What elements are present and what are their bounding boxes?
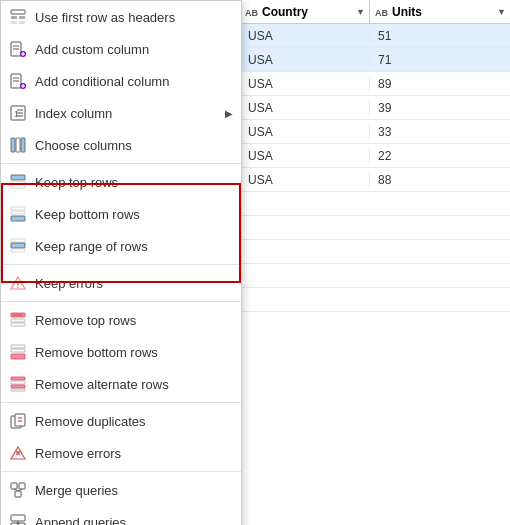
svg-rect-35 [11,243,25,248]
cell-units-6: 22 [370,149,510,163]
svg-rect-5 [19,16,25,19]
svg-rect-52 [15,414,25,426]
menu-item-remove-duplicates[interactable]: Remove duplicates [1,405,241,437]
svg-rect-48 [11,381,25,384]
svg-rect-36 [11,249,25,252]
svg-rect-45 [11,349,25,352]
cell-units-4: 39 [370,101,510,115]
separator-4 [1,402,241,403]
add-conditional-icon [9,72,27,90]
svg-rect-43 [11,323,25,326]
units-type-icon: ABC [374,5,388,19]
keep-errors-label: Keep errors [35,276,103,291]
svg-rect-6 [11,21,17,24]
svg-rect-50 [11,389,25,391]
cell-country-2: USA [240,53,370,67]
index-column-arrow-icon: ▶ [225,108,233,119]
cell-country-5: USA [240,125,370,139]
separator-5 [1,471,241,472]
menu-item-remove-errors[interactable]: Remove errors [1,437,241,469]
units-header-label: Units [392,5,422,19]
remove-top-rows-icon [9,311,27,329]
add-custom-icon [9,40,27,58]
choose-columns-icon [9,136,27,154]
menu-item-add-custom-column[interactable]: Add custom column [1,33,241,65]
svg-rect-29 [11,181,25,184]
remove-top-rows-label: Remove top rows [35,313,136,328]
cell-units-3: 89 [370,77,510,91]
menu-item-keep-errors[interactable]: Keep errors [1,267,241,299]
add-conditional-column-label: Add conditional column [35,74,169,89]
cell-country-1: USA [240,29,370,43]
context-menu: Use first row as headers Add custom colu… [0,0,242,525]
remove-bottom-rows-icon [9,343,27,361]
cell-country-6: USA [240,149,370,163]
separator-2 [1,264,241,265]
menu-item-add-conditional-column[interactable]: Add conditional column [1,65,241,97]
add-custom-column-label: Add custom column [35,42,149,57]
svg-rect-34 [11,239,25,242]
col-units-header[interactable]: ABC Units ▼ [370,0,510,23]
svg-text:ABC: ABC [245,8,258,18]
cell-units-7: 88 [370,173,510,187]
menu-item-keep-top-rows[interactable]: Keep top rows [1,166,241,198]
menu-item-choose-columns[interactable]: Choose columns [1,129,241,161]
svg-rect-33 [11,216,25,221]
svg-rect-32 [11,211,25,214]
svg-rect-49 [11,385,25,388]
append-icon [9,513,27,525]
svg-rect-58 [11,483,17,489]
separator-3 [1,301,241,302]
svg-rect-63 [11,515,25,521]
index-icon: 1 [9,104,27,122]
svg-rect-24 [17,115,23,117]
remove-alternate-icon [9,375,27,393]
svg-rect-25 [11,138,15,152]
cell-country-7: USA [240,173,370,187]
svg-rect-30 [11,185,25,188]
svg-rect-44 [11,345,25,348]
keep-errors-icon [9,274,27,292]
svg-rect-26 [16,138,20,152]
menu-item-use-first-row[interactable]: Use first row as headers [1,1,241,33]
menu-item-keep-bottom-rows[interactable]: Keep bottom rows [1,198,241,230]
svg-text:ABC: ABC [375,8,388,18]
svg-rect-60 [15,491,21,497]
separator-1 [1,163,241,164]
svg-point-39 [17,287,19,289]
svg-rect-3 [11,10,25,14]
menu-item-index-column[interactable]: 1 Index column ▶ [1,97,241,129]
keep-range-icon [9,237,27,255]
keep-top-rows-icon [9,173,27,191]
remove-errors-icon [9,444,27,462]
choose-columns-label: Choose columns [35,138,132,153]
keep-top-rows-label: Keep top rows [35,175,118,190]
menu-item-keep-range-of-rows[interactable]: Keep range of rows [1,230,241,262]
menu-item-append-queries[interactable]: Append queries [1,506,241,525]
country-dropdown-icon[interactable]: ▼ [356,7,365,17]
svg-rect-46 [11,354,25,359]
use-first-row-label: Use first row as headers [35,10,175,25]
menu-item-remove-bottom-rows[interactable]: Remove bottom rows [1,336,241,368]
svg-rect-31 [11,207,25,210]
remove-duplicates-icon [9,412,27,430]
cell-country-4: USA [240,101,370,115]
menu-item-merge-queries[interactable]: Merge queries [1,474,241,506]
menu-item-remove-alternate-rows[interactable]: Remove alternate rows [1,368,241,400]
index-column-label: Index column [35,106,112,121]
svg-rect-4 [11,16,17,19]
cell-units-2: 71 [370,53,510,67]
append-queries-label: Append queries [35,515,126,526]
svg-rect-42 [11,319,25,322]
use-first-row-icon [9,8,27,26]
cell-country-3: USA [240,77,370,91]
svg-rect-59 [19,483,25,489]
menu-item-remove-top-rows[interactable]: Remove top rows [1,304,241,336]
cell-units-5: 33 [370,125,510,139]
col-country-header[interactable]: ABC Country ▼ [240,0,370,23]
svg-rect-22 [17,109,23,111]
remove-bottom-rows-label: Remove bottom rows [35,345,158,360]
units-dropdown-icon[interactable]: ▼ [497,7,506,17]
svg-rect-27 [21,138,25,152]
cell-units-1: 51 [370,29,510,43]
